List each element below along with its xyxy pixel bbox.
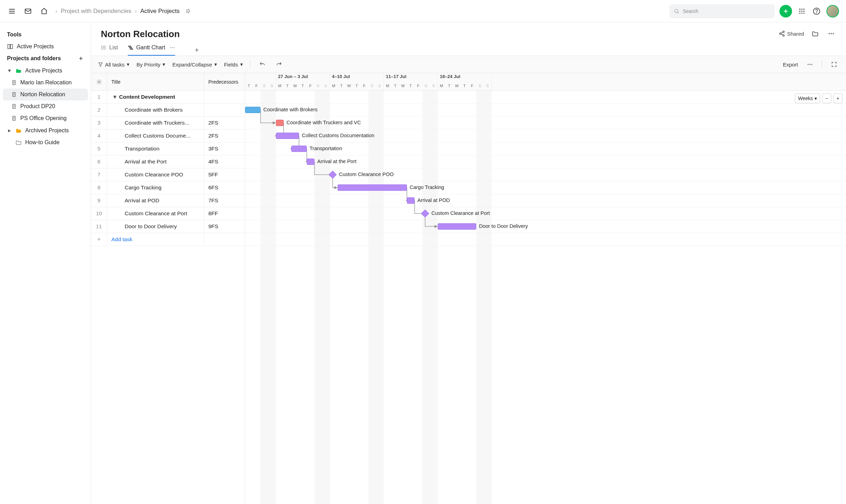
breadcrumb-parent[interactable]: Project with Dependencies (61, 8, 131, 15)
search-input[interactable]: Search (670, 4, 775, 18)
svg-point-46 (833, 33, 834, 34)
funnel-icon (98, 62, 103, 67)
tab-list[interactable]: List (101, 44, 118, 56)
task-row[interactable]: 3Coordinate with Truckers...2FS (91, 117, 245, 130)
chevron-down-icon: ▾ (113, 94, 116, 100)
zoom-out-button[interactable]: − (822, 93, 831, 103)
svg-point-50 (102, 46, 102, 46)
clipboard-icon (11, 115, 17, 121)
task-row[interactable]: 10Custom Clearance at Port8FF (91, 207, 245, 220)
gantt-milestone[interactable] (329, 171, 337, 179)
sidebar-project-item[interactable]: Product DP20 (3, 100, 88, 112)
gantt-bar[interactable] (407, 197, 415, 204)
avatar[interactable] (826, 5, 839, 18)
day-header: W (453, 81, 461, 90)
add-task-row[interactable]: +Add task (91, 233, 245, 246)
undo-icon[interactable] (257, 59, 267, 69)
home-icon[interactable] (39, 6, 49, 16)
task-predecessor (204, 104, 245, 116)
svg-point-18 (817, 13, 817, 13)
chevron-icon: ▸ (7, 127, 12, 134)
clipboard-icon (11, 80, 17, 85)
pin-icon[interactable] (183, 6, 193, 16)
task-row[interactable]: 8Cargo Tracking6FS (91, 181, 245, 194)
task-row[interactable]: 5Transportation3FS (91, 142, 245, 155)
inbox-icon[interactable] (23, 6, 33, 16)
sidebar-folder[interactable]: ▾Active Projects (3, 64, 88, 77)
task-predecessor: 6FS (204, 181, 245, 194)
add-folder-icon[interactable] (78, 56, 84, 61)
svg-marker-61 (99, 63, 103, 66)
sidebar-project-item[interactable]: Norton Relocation (3, 89, 88, 100)
gantt-bar-label: Transportation (310, 146, 342, 151)
shared-button[interactable]: Shared (779, 30, 804, 37)
cards-icon (7, 43, 13, 50)
task-row[interactable]: 4Collect Customs Docume...2FS (91, 130, 245, 142)
toolbar-more-icon[interactable] (805, 59, 815, 69)
gantt-bar[interactable] (291, 146, 307, 152)
day-header: T (407, 81, 415, 90)
filter-dropdown[interactable]: All tasks ▾ (98, 61, 130, 68)
day-header: T (461, 81, 469, 90)
week-label: 27 Jun – 3 Jul (276, 73, 330, 81)
svg-point-62 (807, 64, 809, 65)
export-button[interactable]: Export (783, 62, 798, 68)
breadcrumb-current[interactable]: Active Projects (140, 8, 180, 15)
timeline-row: Custom Clearance POO (245, 168, 846, 181)
gantt-bar[interactable] (307, 159, 314, 165)
gantt-bar[interactable] (338, 184, 407, 191)
sidebar-folder[interactable]: ▸Archived Projects (3, 124, 88, 136)
svg-point-4 (675, 9, 678, 12)
gantt-bar[interactable] (245, 107, 261, 113)
svg-point-51 (102, 47, 102, 48)
chevron-down-icon: ▾ (240, 61, 243, 68)
timeline-body[interactable]: Weeks ▾ − + Coordinate with BrokersCoord… (245, 91, 846, 504)
zoom-in-button[interactable]: + (833, 93, 842, 103)
sidebar-item-label: PS Office Opening (20, 115, 67, 121)
help-icon[interactable] (812, 6, 821, 16)
add-tab-icon[interactable] (192, 45, 202, 55)
fields-dropdown[interactable]: Fields▾ (224, 61, 243, 68)
settings-column-icon[interactable] (91, 73, 107, 90)
timeline-row (245, 233, 846, 246)
week-label (245, 73, 276, 81)
gantt-bar[interactable] (438, 223, 476, 230)
task-group-row[interactable]: 1▾Content Development (91, 91, 245, 104)
plus-icon: + (91, 233, 107, 246)
tab-gantt[interactable]: Gantt Chart (128, 44, 175, 56)
redo-icon[interactable] (274, 59, 284, 69)
gantt-bar[interactable] (276, 133, 299, 139)
task-row[interactable]: 2Coordinate with Brokers (91, 104, 245, 117)
svg-point-57 (172, 47, 173, 48)
breadcrumb: › Project with Dependencies › Active Pro… (55, 6, 193, 16)
create-button[interactable] (779, 5, 792, 18)
apps-icon[interactable] (797, 6, 807, 16)
svg-rect-20 (11, 44, 13, 49)
chevron-down-icon: ▾ (814, 96, 817, 101)
tab-more-icon[interactable] (169, 45, 175, 50)
fullscreen-icon[interactable] (829, 59, 839, 69)
column-title[interactable]: Title (107, 73, 204, 90)
sidebar-project-item[interactable]: PS Office Opening (3, 112, 88, 124)
sidebar-project-item[interactable]: Mario Ian Relocation (3, 77, 88, 89)
day-header: T (445, 81, 453, 90)
gantt-bar-label: Arrival at POD (417, 197, 450, 203)
sort-dropdown[interactable]: By Priority▾ (137, 61, 165, 68)
day-header: M (438, 81, 445, 90)
gantt-milestone[interactable] (421, 210, 429, 218)
sidebar-tools-active-projects[interactable]: Active Projects (3, 41, 88, 52)
svg-point-52 (102, 49, 102, 49)
task-row[interactable]: 6Arrival at the Port4FS (91, 155, 245, 168)
zoom-unit-dropdown[interactable]: Weeks ▾ (795, 93, 820, 103)
more-icon[interactable] (826, 29, 836, 38)
task-row[interactable]: 7Custom Clearance POO5FF (91, 168, 245, 181)
chevron-down-icon: ▾ (214, 61, 217, 68)
expand-collapse-dropdown[interactable]: Expand/Collapse▾ (172, 61, 217, 68)
folder-icon[interactable] (810, 29, 820, 38)
sidebar-folder[interactable]: How-to Guide (3, 136, 88, 148)
task-row[interactable]: 9Arrival at POD7FS (91, 194, 245, 207)
task-row[interactable]: 11Door to Door Delivery9FS (91, 220, 245, 233)
column-predecessors[interactable]: Predecessors (204, 73, 245, 90)
gantt-bar[interactable] (276, 120, 284, 126)
hamburger-icon[interactable] (7, 6, 17, 16)
